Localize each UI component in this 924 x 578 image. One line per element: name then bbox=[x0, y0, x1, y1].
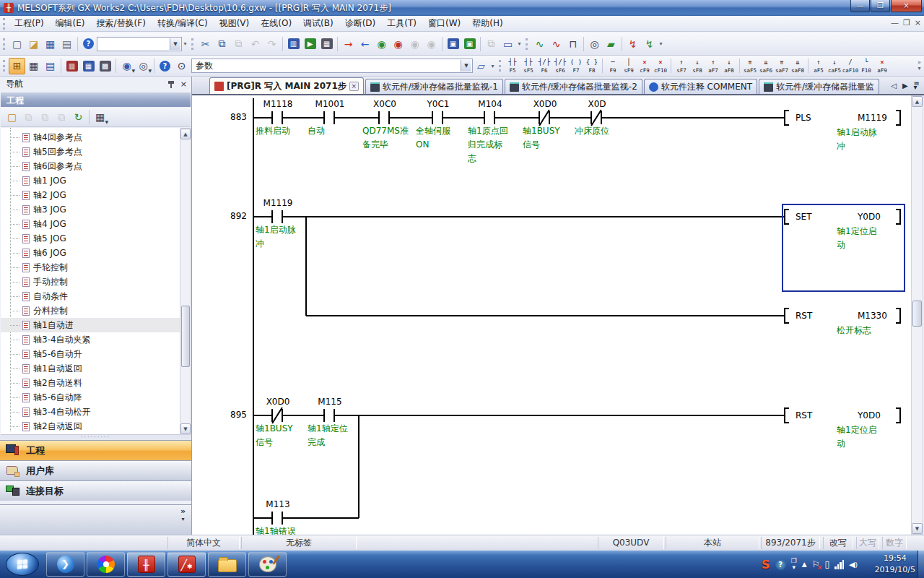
nav-button-connection-target[interactable]: 连接目标 bbox=[0, 480, 191, 501]
toolbar-overflow-icon[interactable]: ▾ bbox=[516, 40, 523, 47]
monitor-start-icon[interactable]: ◉ bbox=[373, 35, 390, 52]
scrollbar-thumb[interactable] bbox=[181, 306, 190, 367]
monitor-resume-icon[interactable]: ◉ bbox=[423, 35, 440, 52]
tree-item[interactable]: 轴1自动返回 bbox=[1, 361, 180, 376]
contact-M113[interactable] bbox=[271, 512, 283, 525]
close-button[interactable]: × bbox=[891, 0, 922, 12]
show-desktop-button[interactable] bbox=[918, 551, 924, 578]
remote-operation-icon[interactable]: ▭ bbox=[500, 35, 516, 52]
probe-icon[interactable]: ◎ bbox=[586, 35, 603, 52]
power-plug-icon[interactable]: ▯ bbox=[824, 561, 829, 568]
fkey-caF5[interactable]: ↓caF5 bbox=[827, 57, 842, 75]
mdi-restore-button[interactable]: ❐ bbox=[903, 18, 910, 27]
device-display-format-icon[interactable]: ◉▼ bbox=[118, 58, 135, 74]
action-center-flag-icon[interactable]: ⚐× bbox=[812, 559, 820, 569]
device-memory-icon[interactable]: ▦ bbox=[80, 58, 97, 74]
fkey-F6[interactable]: ┤/├F6 bbox=[536, 57, 552, 75]
tree-item[interactable]: 轴3-4自动松开 bbox=[1, 405, 180, 419]
maximize-button[interactable]: ❐ bbox=[871, 0, 890, 12]
toolbar-overflow-icon[interactable]: ▾ bbox=[658, 40, 664, 47]
taskbar-gxworks2-button[interactable]: ╫ bbox=[127, 552, 165, 577]
fkey-F8[interactable]: { }F8 bbox=[584, 57, 600, 75]
program-list-icon[interactable]: ▤ bbox=[42, 58, 58, 74]
fkey-sF9[interactable]: │sF9 bbox=[621, 57, 637, 75]
tab-menu-icon[interactable]: ≡▾ bbox=[914, 82, 920, 90]
mdi-minimize-button[interactable]: — bbox=[891, 18, 899, 27]
monitor-pause-icon[interactable]: ◉ bbox=[406, 35, 423, 52]
module-configuration-icon[interactable]: ▦ bbox=[25, 58, 42, 74]
scroll-up-icon[interactable]: ▲ bbox=[180, 129, 191, 139]
tree-item[interactable]: 轴2自动返回 bbox=[1, 419, 180, 434]
tree-item[interactable]: 自动条件 bbox=[1, 289, 180, 303]
fkey-cF10[interactable]: ×cF10 bbox=[653, 57, 668, 75]
tree-item[interactable]: 轴3-4自动夹紧 bbox=[1, 332, 180, 347]
output-operand[interactable]: M1119 bbox=[858, 112, 887, 124]
tab-scroll-left-icon[interactable]: ◁ bbox=[891, 82, 897, 90]
contact-M1119[interactable] bbox=[271, 210, 283, 223]
help-2-icon[interactable]: ? bbox=[157, 58, 173, 74]
data-logging-icon[interactable]: ∿ bbox=[548, 35, 565, 52]
device-display-1-icon[interactable]: ▣ bbox=[445, 35, 461, 52]
print-preview-icon[interactable]: ▱ bbox=[473, 58, 489, 74]
contact-M1001[interactable] bbox=[323, 111, 335, 124]
fkey-aF5[interactable]: ↑aF5 bbox=[811, 57, 827, 75]
monitor-mode-icon[interactable]: ▶ bbox=[302, 35, 318, 52]
tree-item[interactable]: 轴1自动进 bbox=[1, 318, 180, 332]
property-icon[interactable]: ⧉ bbox=[53, 109, 70, 126]
tree-item[interactable]: 轴4回参考点 bbox=[1, 130, 180, 144]
fkey-F10[interactable]: └F10 bbox=[858, 57, 874, 75]
hidden-icons-chevron-icon[interactable]: ▲ bbox=[802, 561, 807, 568]
contact-M104[interactable] bbox=[484, 111, 495, 124]
undo-icon[interactable]: ↶ bbox=[247, 35, 263, 52]
snapshot-icon[interactable]: ▰ bbox=[603, 35, 619, 52]
trend-graph-2-icon[interactable]: ↯ bbox=[641, 35, 658, 52]
fkey-sF6[interactable]: ┤/├sF6 bbox=[552, 57, 568, 75]
trend-graph-1-icon[interactable]: ↯ bbox=[624, 35, 641, 52]
tree-item[interactable]: 轴5-6自动降 bbox=[1, 390, 180, 405]
menu-item[interactable]: 帮助(H) bbox=[466, 15, 508, 32]
tab-close-icon[interactable]: × bbox=[349, 82, 359, 91]
fkey-F5[interactable]: ┤├F5 bbox=[505, 57, 520, 75]
taskbar-gxconfig-button[interactable]: ╱✱ bbox=[167, 552, 206, 577]
program-part-combo[interactable]: 参数 ▼ bbox=[191, 59, 473, 73]
toolbar-grip[interactable] bbox=[3, 38, 6, 50]
device-display-2-icon[interactable]: ▣ bbox=[461, 35, 478, 52]
nav-button-project[interactable]: 工程 bbox=[0, 440, 191, 460]
output-instruction[interactable]: RST bbox=[796, 310, 812, 322]
pin-icon[interactable] bbox=[167, 80, 175, 89]
menu-item[interactable]: 窗口(W) bbox=[422, 15, 466, 32]
panel-expand-icon[interactable]: »▾ bbox=[180, 508, 186, 523]
paste-item-icon[interactable]: ⧉ bbox=[37, 109, 53, 126]
toolbar-grip[interactable] bbox=[3, 60, 6, 72]
toolbar-grip[interactable] bbox=[3, 18, 6, 30]
copy-icon[interactable]: ⧉ bbox=[214, 35, 230, 52]
scroll-down-icon[interactable]: ▼ bbox=[912, 523, 923, 534]
contact-M115[interactable] bbox=[323, 409, 335, 422]
contact-X0D-nc[interactable] bbox=[590, 111, 602, 124]
chevron-down-icon[interactable]: ▼ bbox=[170, 38, 180, 50]
menu-item[interactable]: 工具(T) bbox=[381, 15, 422, 32]
toolbar-overflow-icon[interactable]: »▾ bbox=[918, 60, 921, 72]
start-button[interactable] bbox=[6, 553, 39, 576]
redo-icon[interactable]: ↷ bbox=[263, 35, 280, 52]
sort-filter-icon[interactable]: ▦▼ bbox=[92, 109, 108, 126]
fkey-cF9[interactable]: ×cF9 bbox=[637, 57, 653, 75]
cut-icon[interactable]: ✂ bbox=[197, 35, 214, 52]
fkey-F7[interactable]: ( )F7 bbox=[568, 57, 584, 75]
mdi-close-button[interactable]: × bbox=[915, 18, 921, 27]
taskbar-paint-button[interactable] bbox=[248, 552, 287, 577]
tab-2[interactable]: 软元件/缓冲存储器批量监视-1 bbox=[365, 79, 503, 94]
fkey-aF7[interactable]: ↑aF7 bbox=[705, 57, 721, 75]
menu-item[interactable]: 诊断(D) bbox=[339, 15, 382, 32]
fkey-saF7[interactable]: ⇈saF7 bbox=[774, 57, 790, 75]
fkey-sF5[interactable]: ┤├sF5 bbox=[520, 57, 536, 75]
chevron-down-icon[interactable]: ▼ bbox=[461, 60, 471, 72]
contact-X0C0[interactable] bbox=[378, 111, 390, 124]
scroll-up-icon[interactable]: ▲ bbox=[912, 96, 923, 107]
tab-3[interactable]: 软元件/缓冲存储器批量监视-2 bbox=[505, 79, 642, 94]
output-operand[interactable]: Y0D0 bbox=[858, 410, 881, 421]
toolbar-grip[interactable] bbox=[191, 38, 194, 50]
scroll-down-icon[interactable]: ▼ bbox=[180, 423, 191, 434]
tab-scroll-right-icon[interactable]: ▶ bbox=[902, 82, 908, 90]
paste-special-icon[interactable]: ⧉ bbox=[483, 35, 500, 52]
